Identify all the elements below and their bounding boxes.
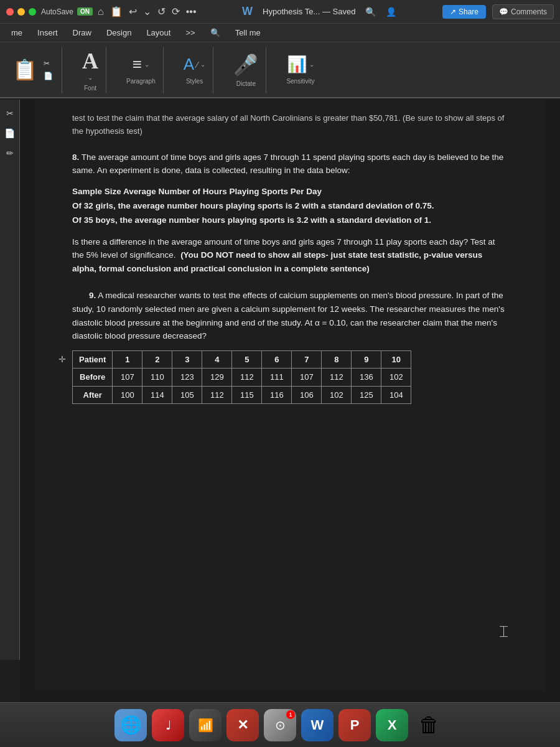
table-cell-before-7: 107: [292, 369, 322, 387]
clipboard-icon[interactable]: 📋: [110, 6, 123, 17]
redo-chevron-icon[interactable]: ⌄: [143, 6, 151, 17]
dock-item-music[interactable]: ♩: [152, 709, 184, 741]
maximize-button[interactable]: [29, 8, 36, 16]
dock-item-xapp[interactable]: ✕: [226, 709, 259, 741]
table-cell-after-5: 115: [232, 386, 262, 404]
table-header-1: 1: [113, 350, 142, 369]
dock-item-browser[interactable]: ⊙ 1: [264, 709, 296, 741]
autosave-on-badge[interactable]: ON: [77, 7, 93, 16]
q9-text: 9. A medical researcher wants to test th…: [72, 289, 508, 342]
table-cell-before-4: 129: [202, 369, 232, 387]
dock-item-barchart[interactable]: 📶: [189, 709, 222, 741]
dock-item-word[interactable]: W: [301, 709, 334, 741]
question-9-block: 9. A medical researcher wants to test th…: [72, 289, 508, 404]
word-icon: W: [311, 717, 324, 733]
browser-icon: ⊙: [275, 718, 286, 733]
q9-number: 9.: [89, 291, 96, 300]
table-cell-before-8: 112: [322, 369, 352, 387]
menu-item-design[interactable]: Design: [100, 26, 138, 40]
table-header-5: 5: [232, 350, 262, 369]
table-handle-icon[interactable]: ✛: [58, 353, 66, 366]
dock-badge-1: 1: [286, 710, 295, 719]
sidebar-tool-2[interactable]: 📄: [1, 125, 19, 142]
minimize-button[interactable]: [17, 8, 25, 16]
trash-icon: 🗑: [419, 713, 440, 737]
share-arrow-icon: ↗: [450, 7, 456, 16]
table-cell-after-6: 116: [262, 386, 292, 404]
table-cell-after-1: 100: [113, 386, 142, 404]
refresh-icon[interactable]: ⟳: [172, 6, 180, 17]
paste-button[interactable]: 📋: [12, 58, 37, 82]
share-profile-icon[interactable]: 👤: [386, 7, 396, 17]
table-header-4: 4: [202, 350, 232, 369]
table-cell-before-6: 111: [262, 369, 292, 387]
copy-button[interactable]: 📄: [41, 70, 55, 82]
music-icon: ♩: [166, 718, 171, 733]
table-header-3: 3: [172, 350, 202, 369]
table-cell-after-2: 114: [142, 386, 172, 404]
cut-button[interactable]: ✂: [41, 58, 55, 69]
title-icons: ⌂ 📋 ↩ ⌄ ↺ ⟳ •••: [98, 6, 196, 17]
styles-label: Styles: [186, 78, 203, 85]
table-header-6: 6: [262, 350, 292, 369]
title-right-buttons: ↗ Share 💬 Comments: [442, 4, 554, 19]
sensitivity-icon[interactable]: 📊: [287, 55, 307, 74]
more-icon[interactable]: •••: [186, 6, 197, 17]
dock-item-finder[interactable]: 🌐: [114, 709, 147, 741]
sensitivity-label: Sensitivity: [286, 78, 314, 85]
finder-icon: 🌐: [120, 715, 142, 735]
menu-item-tellme[interactable]: Tell me: [229, 26, 267, 40]
sensitivity-chevron-icon: ⌄: [309, 61, 314, 68]
save-icon[interactable]: ↺: [157, 6, 166, 17]
menu-item-insert[interactable]: Insert: [31, 26, 64, 40]
paragraph-label: Paragraph: [126, 78, 156, 85]
menu-item-draw[interactable]: Draw: [67, 26, 98, 40]
dock-item-excel[interactable]: X: [376, 709, 408, 741]
menu-item-more[interactable]: >>: [179, 26, 201, 40]
table-cell-after-label: After: [73, 386, 113, 404]
sidebar-tool-3[interactable]: ✏: [1, 144, 19, 162]
ribbon-group-paste: 📋 ✂ 📄: [6, 47, 62, 93]
styles-chevron-icon: ⌄: [200, 61, 205, 68]
pdf-icon: P: [350, 717, 360, 733]
font-button[interactable]: A ⌄: [82, 48, 98, 81]
ribbon-group-sensitivity: 📊 ⌄ Sensitivity: [279, 47, 322, 93]
menu-item-layout[interactable]: Layout: [140, 26, 177, 40]
font-a-icon: A: [82, 48, 98, 74]
excel-icon: X: [388, 717, 397, 733]
menu-item-me[interactable]: me: [5, 26, 29, 40]
q8-number: 8.: [72, 153, 79, 162]
left-sidebar-strip: ✂ 📄 ✏: [0, 100, 20, 660]
undo-icon[interactable]: ↩: [129, 6, 137, 17]
traffic-lights: [6, 8, 36, 16]
close-button[interactable]: [6, 8, 14, 16]
ribbon-group-font: A ⌄ Font: [75, 47, 106, 93]
paste-icon: 📋: [12, 58, 37, 82]
menu-bar: me Insert Draw Design Layout >> 🔍 Tell m…: [0, 24, 560, 42]
q8-body: The average amount of time boys and girl…: [72, 153, 503, 176]
sample-data-block: Sample Size Average Number of Hours Play…: [72, 185, 508, 228]
home-icon[interactable]: ⌂: [98, 6, 104, 17]
girls-data: Of 32 girls, the average number hours pl…: [72, 199, 508, 214]
word-logo-icon: W: [242, 5, 253, 18]
comments-button[interactable]: 💬 Comments: [492, 4, 554, 19]
dock-item-trash[interactable]: 🗑: [413, 709, 446, 741]
search-icon: 🔍: [204, 26, 226, 40]
dock-item-pdf[interactable]: P: [338, 709, 371, 741]
ribbon-group-styles: A ∕ ⌄ Styles: [176, 47, 214, 93]
blood-pressure-table: Patient 1 2 3 4 5 6 7 8 9 10: [72, 350, 411, 405]
dictate-label: Dictate: [236, 80, 256, 87]
q8-text: 8. The average amount of time boys and g…: [72, 151, 508, 177]
microphone-icon[interactable]: 🎤: [233, 53, 258, 77]
ribbon: 📋 ✂ 📄 A ⌄ Font ≡ ⌄ Paragraph A ∕: [0, 42, 560, 98]
paragraph-icon[interactable]: ≡: [133, 55, 142, 74]
table-cell-before-10: 102: [381, 369, 411, 387]
share-button[interactable]: ↗ Share: [442, 5, 486, 19]
ribbon-group-paragraph: ≡ ⌄ Paragraph: [119, 47, 164, 93]
intro-paragraph: test to test the claim that the average …: [72, 113, 504, 136]
sidebar-tool-1[interactable]: ✂: [1, 105, 19, 122]
search-icon[interactable]: 🔍: [365, 7, 376, 17]
font-label: Font: [84, 85, 96, 92]
title-center: W Hypothesis Te... — Saved 🔍 👤: [202, 5, 437, 18]
styles-icon[interactable]: A: [184, 55, 194, 74]
